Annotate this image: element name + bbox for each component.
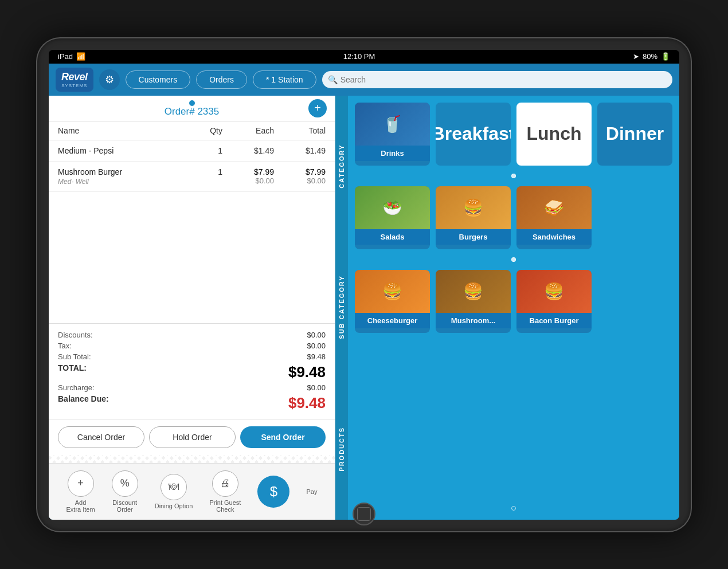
hold-order-button[interactable]: Hold Order [149,426,236,448]
order-title: Order# 2335 [165,106,219,117]
sandwiches-label: Sandwiches [516,229,592,245]
order-indicator [189,100,195,106]
category-scroll-indicator [355,171,672,180]
pay-icon: $ [270,484,277,500]
categories-row: 🥤 Drinks Breakfast Lunch [355,103,672,166]
print-label: Print GuestCheck [209,499,241,513]
cheeseburger-image: 🍔 [355,270,430,313]
item-each-2: $7.99 [222,167,274,176]
order-table: Name Qty Each Total Medium - Pepsi 1 $1.… [49,121,335,323]
category-drinks[interactable]: 🥤 Drinks [355,103,430,166]
station-button[interactable]: * 1 Station [253,70,316,89]
surcharge-label: Surcharge: [58,383,186,392]
discount-order-button[interactable]: % DiscountOrder [112,470,138,513]
category-breakfast[interactable]: Breakfast [436,103,511,166]
status-time: 12:10 PM [343,52,375,61]
item-qty-1: 1 [177,146,222,155]
discount-label: DiscountOrder [112,499,137,513]
zigzag-separator [49,455,335,463]
drinks-image: 🥤 [355,103,430,146]
add-extra-label: AddExtra Item [66,499,95,513]
tax-label: Tax: [58,342,186,350]
orders-button[interactable]: Orders [196,70,247,89]
cancel-order-button[interactable]: Cancel Order [58,426,144,448]
sandwiches-image: 🥪 [516,186,592,229]
product-bacon[interactable]: 🍔 Bacon Burger [516,270,592,333]
mushroom-image: 🍔 [436,270,511,313]
product-mushroom[interactable]: 🍔 Mushroom... [436,270,511,333]
tax-value: $0.00 [198,342,326,350]
drinks-label: Drinks [355,146,430,161]
subtotal-label: Sub Total: [58,352,186,361]
print-icon: 🖨 [212,470,238,497]
logo-subtitle: SYSTEMS [61,83,87,88]
item-qty-2: 1 [177,167,222,176]
item-name-2: Mushroom Burger Med- Well [58,167,177,186]
scroll-dot-2 [511,257,516,262]
products-row: 🍔 Cheeseburger 🍔 Mushroom... 🍔 Bacon Bur… [355,270,672,333]
logo-text: Revel [61,71,88,83]
nav-bar: Revel SYSTEMS ⚙ Customers Orders * 1 Sta… [49,64,679,96]
customers-button[interactable]: Customers [126,70,191,89]
order-item-2[interactable]: Mushroom Burger Med- Well 1 $7.99 $0.00 … [49,162,335,192]
order-header: Order# 2335 + [49,96,335,121]
dining-label: Dining Option [155,503,193,509]
home-button[interactable] [353,503,375,525]
mushroom-label: Mushroom... [436,313,511,328]
total-label: TOTAL: [58,363,186,381]
subcategories-row: 🥗 Salads 🍔 Burgers 🥪 Sandwiches [355,186,672,249]
percent-icon: % [112,470,138,497]
burgers-image: 🍔 [436,186,511,229]
dining-option-button[interactable]: 🍽 Dining Option [155,474,193,509]
category-dinner[interactable]: Dinner [597,103,672,166]
pay-button[interactable]: $ [257,476,289,508]
add-extra-item-button[interactable]: + AddExtra Item [66,470,95,513]
category-lunch[interactable]: Lunch [516,103,592,166]
pay-label: Pay [306,488,317,495]
scroll-dot-1 [511,174,516,178]
gear-button[interactable]: ⚙ [99,69,120,90]
col-each: Each [222,126,274,135]
add-item-button[interactable]: + [308,99,327,117]
main-content: Order# 2335 + Name Qty Each Total [49,96,679,520]
category-label: CATEGORY [335,96,348,237]
subcategory-sandwiches[interactable]: 🥪 Sandwiches [516,186,592,249]
subcategory-label: SUB CATEGORY [335,237,348,378]
balance-value: $9.48 [198,394,326,412]
balance-label: Balance Due: [58,394,186,412]
send-order-button[interactable]: Send Order [240,426,326,448]
item-each-1: $1.49 [222,146,274,155]
totals-section: Discounts: $0.00 Tax: $0.00 Sub Total: $… [49,323,335,419]
products-scroll-indicator [355,504,672,513]
logo-container: Revel SYSTEMS [56,68,93,92]
item-name-1: Medium - Pepsi [58,146,177,155]
menu-grid-area: 🥤 Drinks Breakfast Lunch [348,96,679,520]
subcategory-empty [597,186,672,249]
col-qty: Qty [177,126,222,135]
product-cheeseburger[interactable]: 🍔 Cheeseburger [355,270,430,333]
order-item-1[interactable]: Medium - Pepsi 1 $1.49 $1.49 [49,140,335,162]
totals-grid: Discounts: $0.00 Tax: $0.00 Sub Total: $… [58,331,326,412]
subtotal-value: $9.48 [198,352,326,361]
wifi-icon: 📶 [76,52,85,61]
scroll-dot-3 [511,506,516,511]
discounts-label: Discounts: [58,331,186,339]
burgers-label: Burgers [436,229,511,245]
lunch-label: Lunch [527,123,582,144]
device-model: iPad [58,52,73,61]
status-right: ➤ 80% 🔋 [633,52,670,61]
item-total-1: $1.49 [274,146,326,155]
search-input[interactable] [322,71,672,88]
breakfast-label: Breakfast [436,123,511,144]
menu-panel: CATEGORY SUB CATEGORY PRODUCTS 🥤 Drinks [335,96,679,520]
side-labels: CATEGORY SUB CATEGORY PRODUCTS [335,96,348,520]
subcategory-salads[interactable]: 🥗 Salads [355,186,430,249]
surcharge-value: $0.00 [198,383,326,392]
subcategory-burgers[interactable]: 🍔 Burgers [436,186,511,249]
print-guest-check-button[interactable]: 🖨 Print GuestCheck [209,470,241,513]
status-bar: iPad 📶 12:10 PM ➤ 80% 🔋 [49,50,679,64]
bacon-image: 🍔 [516,270,592,313]
dinner-label: Dinner [606,123,664,144]
status-left: iPad 📶 [58,52,85,61]
discounts-value: $0.00 [198,331,326,339]
